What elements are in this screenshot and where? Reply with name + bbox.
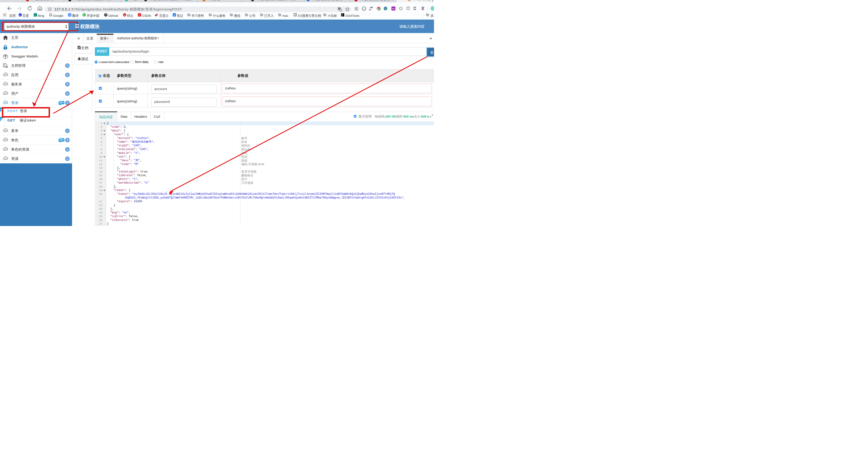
svg-text:en: en	[369, 9, 371, 11]
svg-text:10: 10	[341, 14, 343, 15]
svg-text:API: API	[4, 158, 7, 159]
svg-text:b: b	[34, 14, 36, 16]
svg-text:文: 文	[340, 9, 342, 11]
svg-text:G: G	[124, 14, 125, 16]
svg-text:C: C	[138, 14, 140, 16]
svg-text:API: API	[4, 148, 7, 150]
svg-text:du: du	[19, 15, 21, 16]
svg-text:API: API	[4, 130, 7, 131]
svg-text:24: 24	[341, 15, 343, 17]
svg-text:API: API	[4, 102, 7, 103]
svg-text:{...}: {...}	[363, 8, 365, 10]
svg-text:API: API	[4, 92, 7, 94]
svg-text:RP: RP	[392, 8, 395, 10]
svg-text:API: API	[4, 83, 7, 85]
svg-text:C: C	[83, 14, 85, 16]
svg-text:API: API	[4, 139, 7, 141]
svg-text:API: API	[4, 74, 7, 76]
svg-text:译: 译	[69, 14, 71, 16]
